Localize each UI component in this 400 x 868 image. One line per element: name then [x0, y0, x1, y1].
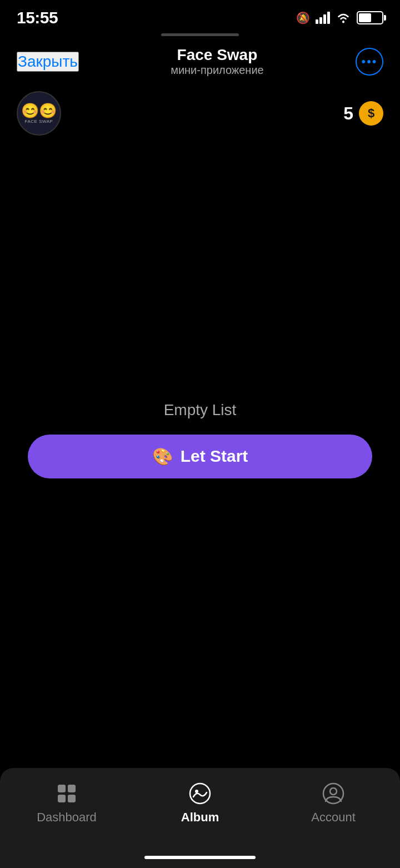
signal-icon: [316, 12, 330, 24]
status-icons: 🔕: [296, 11, 383, 24]
account-icon: [321, 781, 346, 806]
wifi-icon: [336, 12, 351, 24]
svg-point-6: [195, 790, 198, 793]
coins-count: 5: [343, 103, 353, 124]
app-logo-emoji: 😊😊: [21, 103, 57, 118]
close-button[interactable]: Закрыть: [17, 52, 79, 72]
app-title: Face Swap: [171, 46, 264, 64]
battery-icon: [357, 11, 383, 24]
more-dots-icon: •••: [361, 54, 377, 69]
more-button[interactable]: •••: [356, 48, 383, 76]
let-start-button[interactable]: 🎨 Let Start: [28, 435, 372, 478]
tab-account[interactable]: Account: [267, 781, 400, 825]
main-content: Empty List 🎨 Let Start: [0, 122, 400, 757]
palette-icon: 🎨: [152, 447, 173, 466]
coin-symbol: $: [368, 106, 374, 121]
header-center: Face Swap мини-приложение: [171, 46, 264, 77]
svg-rect-4: [68, 795, 76, 802]
home-indicator: [144, 856, 256, 859]
dashboard-icon: [54, 781, 79, 806]
mute-icon: 🔕: [296, 11, 310, 24]
svg-rect-3: [58, 795, 66, 802]
app-subtitle: мини-приложение: [171, 64, 264, 77]
tab-dashboard-label: Dashboard: [37, 810, 97, 825]
svg-rect-2: [68, 785, 76, 792]
tab-album-label: Album: [181, 810, 219, 825]
tab-dashboard[interactable]: Dashboard: [0, 781, 133, 825]
svg-rect-1: [58, 785, 66, 792]
tab-album[interactable]: Album: [133, 781, 267, 825]
empty-list-label: Empty List: [164, 401, 237, 419]
drag-bar: [161, 33, 239, 36]
tab-bar: Dashboard Album Account: [0, 768, 400, 868]
svg-point-0: [342, 21, 344, 23]
album-icon: [188, 781, 212, 806]
let-start-label: Let Start: [181, 447, 248, 466]
svg-point-8: [330, 788, 337, 795]
tab-account-label: Account: [311, 810, 356, 825]
header: Закрыть Face Swap мини-приложение •••: [0, 41, 400, 86]
status-time: 15:55: [17, 8, 58, 27]
status-bar: 15:55 🔕: [0, 0, 400, 33]
svg-point-5: [190, 784, 210, 804]
